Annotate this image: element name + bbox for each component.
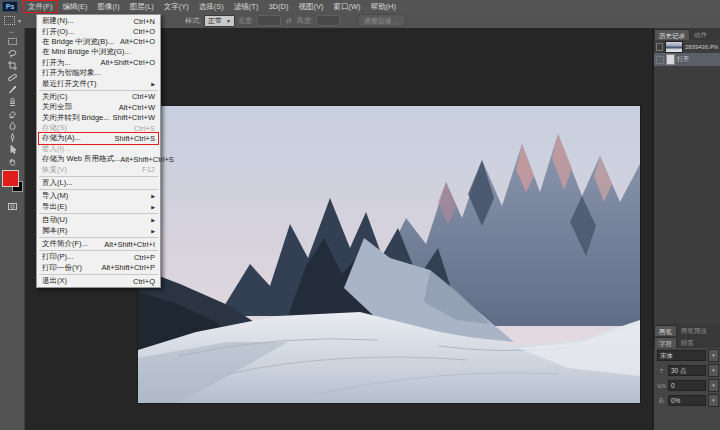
width-label: 宽度: (238, 16, 254, 26)
font-family-select[interactable]: 宋体 (657, 350, 706, 361)
file-menu-item-shortcut: Shift+Ctrl+S (115, 134, 155, 143)
menu-bar-item[interactable]: 文字(Y) (159, 0, 194, 13)
file-menu-item[interactable]: 导出(E)▶ (37, 202, 160, 212)
file-menu-item[interactable]: 存储为(A)...Shift+Ctrl+S (37, 133, 160, 143)
file-menu-item[interactable]: 打印(P)...Ctrl+P (37, 252, 160, 262)
file-menu-item-label: 签入(I)... (42, 144, 70, 154)
crop-tool[interactable] (0, 59, 25, 71)
file-menu-item[interactable]: 关闭并转到 Bridge...Shift+Ctrl+W (37, 113, 160, 123)
menu-bar-item[interactable]: 图层(L) (125, 0, 159, 13)
healing-brush-tool[interactable] (0, 71, 25, 83)
submenu-arrow-icon: ▶ (151, 81, 155, 87)
menu-bar-item[interactable]: 编辑(E) (58, 0, 93, 13)
menu-bar-item[interactable]: 3D(D) (263, 0, 293, 13)
file-menu-item: 恢复(V)F12 (37, 164, 160, 174)
chevron-down-icon[interactable]: ▼ (708, 349, 719, 362)
quick-mask-tool[interactable] (0, 200, 25, 212)
open-document-image[interactable] (138, 106, 640, 403)
menu-separator (39, 189, 158, 190)
tab-brush-1[interactable]: 画笔 (654, 325, 677, 336)
file-menu-item[interactable]: 打开(O)...Ctrl+O (37, 26, 160, 36)
tool-preset-picker[interactable]: ▼ (4, 16, 22, 25)
file-menu-item[interactable]: 在 Mini Bridge 中浏览(G)... (37, 47, 160, 57)
refine-edge-button[interactable]: 调整边缘… (357, 14, 406, 27)
menu-bar-item[interactable]: 滤镜(T) (229, 0, 264, 13)
pen-tool[interactable] (0, 131, 25, 143)
file-menu-item-label: 退出(X) (42, 276, 67, 286)
clone-stamp-tool[interactable] (0, 95, 25, 107)
tab-history-1[interactable]: 历史记录 (654, 29, 690, 40)
file-menu-item[interactable]: 打印一份(Y)Alt+Shift+Ctrl+P (37, 263, 160, 273)
tsume-row: あ 0% ▼ (654, 393, 720, 408)
toolbar-collapse-handle[interactable]: ▪▪ (0, 28, 24, 35)
menu-bar-item[interactable]: 文件(F) (23, 0, 58, 13)
eraser-icon (7, 108, 18, 119)
chevron-down-icon[interactable]: ▼ (708, 364, 719, 377)
tracking-icon: V∕A (657, 383, 666, 389)
style-select[interactable]: 正常 ▼ (204, 15, 235, 27)
chevron-down-icon[interactable]: ▼ (708, 379, 719, 392)
file-menu-item[interactable]: 新建(N)...Ctrl+N (37, 16, 160, 26)
tracking-input[interactable]: 0 (668, 380, 706, 391)
history-entry-label: 2839436.PNG (685, 44, 718, 50)
file-menu-item: 签入(I)... (37, 144, 160, 154)
menu-bar-item[interactable]: 窗口(W) (328, 0, 365, 13)
tsume-input[interactable]: 0% (668, 395, 706, 406)
file-menu-item[interactable]: 打开为智能对象... (37, 68, 160, 78)
swap-width-height-icon[interactable]: ⇄ (286, 17, 292, 25)
history-brush-source-box[interactable] (656, 43, 663, 51)
tab-character-1[interactable]: 字符 (654, 337, 677, 348)
chevron-down-icon[interactable]: ▼ (708, 394, 719, 407)
file-menu-item-shortcut: Alt+Shift+Ctrl+I (104, 240, 155, 249)
path-selection-tool[interactable] (0, 143, 25, 155)
menu-separator (39, 176, 158, 177)
file-menu-item[interactable]: 文件简介(F)...Alt+Shift+Ctrl+I (37, 239, 160, 249)
toolbar-icons (0, 35, 24, 167)
file-menu-item[interactable]: 置入(L)... (37, 178, 160, 188)
file-menu-item[interactable]: 关闭(C)Ctrl+W (37, 92, 160, 102)
width-input[interactable] (257, 15, 281, 26)
file-menu-item[interactable]: 自动(U)▶ (37, 215, 160, 225)
font-size-input[interactable]: 30 点 (668, 365, 706, 376)
hand-tool[interactable] (0, 155, 25, 167)
file-menu-item[interactable]: 最近打开文件(T)▶ (37, 78, 160, 88)
file-menu-item[interactable]: 脚本(R)▶ (37, 225, 160, 235)
history-brush-source-box[interactable] (656, 56, 664, 64)
font-size-row: T 30 点 ▼ (654, 363, 720, 378)
file-menu-item-label: 文件简介(F)... (42, 239, 88, 249)
history-panel-tabs: 历史记录动作 (654, 28, 720, 40)
menu-separator (39, 274, 158, 275)
lasso-tool[interactable] (0, 47, 25, 59)
file-menu-item[interactable]: 导入(M)▶ (37, 191, 160, 201)
tab-history-2[interactable]: 动作 (690, 29, 711, 40)
file-menu-item-shortcut: Alt+Shift+Ctrl+S (120, 155, 174, 164)
file-menu-item-label: 导出(E) (42, 202, 67, 212)
file-menu-item[interactable]: 存储为 Web 所用格式...Alt+Shift+Ctrl+S (37, 154, 160, 164)
file-menu-item-label: 在 Bridge 中浏览(B)... (42, 37, 114, 47)
file-menu-item[interactable]: 打开为...Alt+Shift+Ctrl+O (37, 58, 160, 68)
menu-bar-item[interactable]: 选择(S) (194, 0, 229, 13)
rectangular-marquee-tool[interactable] (0, 35, 25, 47)
snapshot-thumbnail (665, 41, 683, 53)
history-entry[interactable]: 2839436.PNG (654, 40, 720, 53)
menu-separator (39, 250, 158, 251)
foreground-color-swatch[interactable] (2, 170, 19, 187)
tab-brush-2[interactable]: 画笔预设 (677, 325, 711, 336)
menu-separator (39, 90, 158, 91)
history-entry[interactable]: 打开 (654, 53, 720, 66)
menu-bar-item[interactable]: 图像(I) (93, 0, 125, 13)
menu-bar-item[interactable]: 帮助(H) (366, 0, 401, 13)
height-input[interactable] (316, 15, 340, 26)
brush-tool[interactable] (0, 83, 25, 95)
tracking-row: V∕A 0 ▼ (654, 378, 720, 393)
file-menu-item-label: 关闭(C) (42, 92, 67, 102)
file-menu-item-label: 存储为 Web 所用格式... (42, 154, 120, 164)
file-menu-item[interactable]: 退出(X)Ctrl+Q (37, 276, 160, 286)
eraser-tool[interactable] (0, 107, 25, 119)
file-menu-item[interactable]: 关闭全部Alt+Ctrl+W (37, 102, 160, 112)
tab-character-2[interactable]: 段落 (677, 337, 698, 348)
menu-bar: Ps 文件(F)编辑(E)图像(I)图层(L)文字(Y)选择(S)滤镜(T)3D… (0, 0, 720, 14)
file-menu-item[interactable]: 在 Bridge 中浏览(B)...Alt+Ctrl+O (37, 37, 160, 47)
blur-tool[interactable] (0, 119, 25, 131)
menu-bar-item[interactable]: 视图(V) (293, 0, 328, 13)
